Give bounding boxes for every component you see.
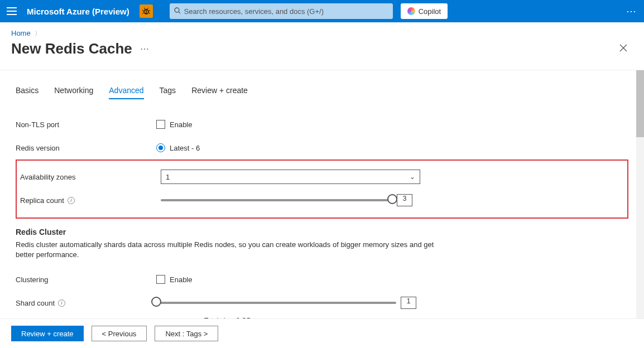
label-redis-version: Redis version bbox=[16, 144, 156, 152]
svg-point-8 bbox=[175, 8, 179, 12]
slider-thumb-replica[interactable] bbox=[387, 194, 397, 204]
overflow-menu-icon[interactable]: ⋯ bbox=[626, 5, 637, 17]
menu-icon[interactable] bbox=[7, 7, 17, 15]
svg-line-4 bbox=[142, 13, 143, 14]
highlighted-section: Availability zones 1 ⌄ Replica count i bbox=[16, 160, 628, 219]
label-enable-clustering: Enable bbox=[170, 276, 192, 284]
slider-shard-count[interactable] bbox=[156, 302, 396, 304]
next-button[interactable]: Next : Tags > bbox=[155, 326, 218, 341]
label-availability-zones: Availability zones bbox=[20, 173, 161, 181]
main-content-pane: Basics Networking Advanced Tags Review +… bbox=[0, 70, 644, 319]
copilot-icon bbox=[407, 7, 415, 15]
copilot-button[interactable]: Copilot bbox=[401, 3, 448, 19]
scrollbar-thumb[interactable] bbox=[636, 70, 644, 137]
preview-bug-icon[interactable] bbox=[140, 4, 153, 18]
svg-line-7 bbox=[147, 8, 148, 9]
title-more-icon[interactable]: ⋯ bbox=[140, 44, 150, 54]
svg-line-9 bbox=[179, 12, 180, 13]
chevron-down-icon: ⌄ bbox=[410, 173, 415, 181]
slider-thumb-shard[interactable] bbox=[151, 297, 161, 307]
tab-tags[interactable]: Tags bbox=[160, 86, 176, 99]
tab-basics[interactable]: Basics bbox=[16, 86, 39, 99]
label-replica-count: Replica count bbox=[20, 196, 64, 205]
slider-replica-count[interactable] bbox=[161, 199, 392, 201]
info-icon-replica[interactable]: i bbox=[68, 197, 75, 204]
breadcrumb: Home 〉 bbox=[0, 22, 644, 40]
info-icon-shard[interactable]: i bbox=[58, 299, 65, 307]
dropdown-availability-zones[interactable]: 1 ⌄ bbox=[161, 170, 420, 184]
page-title: New Redis Cache bbox=[11, 40, 132, 57]
row-non-tls: Non-TLS port Enable bbox=[16, 113, 628, 136]
search-icon bbox=[174, 7, 181, 16]
desc-redis-cluster: Redis cluster automatically shards data … bbox=[16, 240, 434, 260]
label-shard-count: Shard count bbox=[16, 299, 55, 307]
svg-line-3 bbox=[149, 10, 150, 11]
wizard-tabs: Basics Networking Advanced Tags Review +… bbox=[16, 86, 628, 99]
review-create-button[interactable]: Review + create bbox=[11, 326, 84, 341]
tab-review[interactable]: Review + create bbox=[191, 86, 248, 99]
tab-networking[interactable]: Networking bbox=[54, 86, 93, 99]
close-icon[interactable] bbox=[619, 43, 633, 55]
row-clustering: Clustering Enable bbox=[16, 268, 628, 291]
global-search-input[interactable]: Search resources, services, and docs (G+… bbox=[170, 3, 393, 19]
svg-line-6 bbox=[144, 8, 145, 9]
chevron-right-icon: 〉 bbox=[35, 30, 41, 37]
copilot-label: Copilot bbox=[419, 7, 441, 16]
label-clustering: Clustering bbox=[16, 276, 156, 284]
svg-line-5 bbox=[149, 13, 150, 14]
azure-topbar: Microsoft Azure (Preview) Search resourc… bbox=[0, 0, 644, 22]
radio-redis-version[interactable] bbox=[156, 143, 165, 152]
wizard-footer: Review + create < Previous Next : Tags > bbox=[0, 319, 644, 348]
brand-title: Microsoft Azure (Preview) bbox=[27, 7, 129, 16]
heading-redis-cluster: Redis Cluster bbox=[16, 228, 628, 236]
input-replica-count[interactable]: 3 bbox=[397, 194, 412, 206]
input-shard-count[interactable]: 1 bbox=[401, 297, 416, 309]
row-shard-count: Shard count i 1 bbox=[16, 291, 628, 315]
checkbox-clustering[interactable] bbox=[156, 275, 165, 284]
label-enable-nontls: Enable bbox=[170, 120, 192, 129]
radio-redis-version-label: Latest - 6 bbox=[170, 144, 200, 152]
row-redis-version: Redis version Latest - 6 bbox=[16, 136, 628, 160]
search-placeholder: Search resources, services, and docs (G+… bbox=[184, 7, 324, 16]
page-title-bar: New Redis Cache ⋯ bbox=[0, 40, 644, 62]
row-replica-count: Replica count i 3 bbox=[20, 188, 624, 212]
breadcrumb-home[interactable]: Home bbox=[11, 29, 31, 37]
dropdown-az-value: 1 bbox=[166, 173, 170, 181]
svg-line-2 bbox=[142, 10, 143, 11]
tab-advanced[interactable]: Advanced bbox=[109, 86, 143, 99]
label-non-tls: Non-TLS port bbox=[16, 120, 156, 129]
checkbox-non-tls[interactable] bbox=[156, 120, 165, 129]
previous-button[interactable]: < Previous bbox=[92, 326, 147, 341]
row-availability-zones: Availability zones 1 ⌄ bbox=[20, 165, 624, 188]
